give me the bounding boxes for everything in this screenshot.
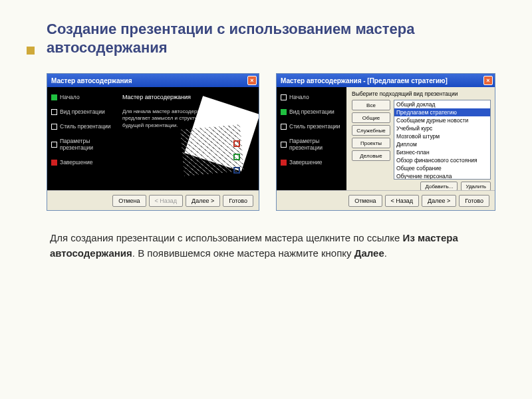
step-style: Стиль презентации bbox=[51, 123, 114, 130]
category-service[interactable]: Служебные bbox=[352, 125, 390, 136]
intro-panel: Мастер автосодержания Для начала мастер … bbox=[117, 87, 259, 190]
screenshots-row: Мастер автосодержания × Начало Вид презе… bbox=[47, 73, 499, 211]
intro-heading: Мастер автосодержания bbox=[122, 94, 253, 100]
presentation-listbox[interactable]: Общий докладПредлагаем стратегиюСообщаем… bbox=[394, 100, 491, 180]
list-item[interactable]: Диплом bbox=[394, 140, 490, 148]
next-button[interactable]: Далее > bbox=[422, 195, 456, 207]
close-icon[interactable]: × bbox=[247, 76, 257, 85]
finish-button[interactable]: Готово bbox=[459, 195, 489, 207]
category-projects[interactable]: Проекты bbox=[352, 138, 390, 148]
step-type: Вид презентации bbox=[51, 108, 114, 115]
window-title: Мастер автосодержания - [Предлагаем стра… bbox=[281, 77, 448, 84]
list-item[interactable]: Обзор финансового состояния bbox=[394, 156, 490, 164]
step-params: Параметры презентации bbox=[281, 138, 344, 151]
intro-text: Для начала мастер автосодержания предлаг… bbox=[122, 108, 215, 129]
dialog-body: Начало Вид презентации Стиль презентации… bbox=[277, 87, 495, 190]
step-finish: Завершение bbox=[281, 159, 344, 166]
list-item[interactable]: Общее собрание bbox=[394, 164, 490, 172]
category-all[interactable]: Все bbox=[352, 100, 390, 110]
steps-list: Начало Вид презентации Стиль презентации… bbox=[277, 87, 346, 190]
list-item[interactable]: Бизнес-план bbox=[394, 148, 490, 156]
step-style: Стиль презентации bbox=[281, 123, 344, 130]
wizard-dialog-select: Мастер автосодержания - [Предлагаем стра… bbox=[276, 73, 495, 211]
titlebar: Мастер автосодержания - [Предлагаем стра… bbox=[277, 74, 495, 87]
selection-panel: Выберите подходящий вид презентации Все … bbox=[346, 87, 495, 190]
back-button[interactable]: < Назад bbox=[385, 195, 420, 207]
category-buttons: Все Общие Служебные Проекты Деловые bbox=[352, 100, 390, 180]
window-title: Мастер автосодержания bbox=[51, 77, 132, 84]
selection-prompt: Выберите подходящий вид презентации bbox=[352, 90, 491, 97]
list-item[interactable]: Общий доклад bbox=[394, 100, 490, 108]
list-item[interactable]: Предлагаем стратегию bbox=[394, 108, 490, 116]
back-button[interactable]: < Назад bbox=[149, 195, 184, 207]
remove-button[interactable]: Удалить bbox=[461, 182, 491, 191]
step-start: Начало bbox=[281, 94, 344, 100]
decorative-bullet bbox=[27, 47, 35, 55]
slide-title-block: Создание презентации с использованием ма… bbox=[47, 20, 499, 57]
step-finish: Завершение bbox=[51, 159, 114, 166]
list-item[interactable]: Сообщаем дурные новости bbox=[394, 116, 490, 124]
dialog-body: Начало Вид презентации Стиль презентации… bbox=[47, 87, 259, 190]
close-icon[interactable]: × bbox=[483, 76, 493, 85]
category-business[interactable]: Деловые bbox=[352, 150, 390, 161]
dialog-footer: Отмена < Назад Далее > Готово bbox=[277, 190, 495, 210]
slide-title: Создание презентации с использованием ма… bbox=[47, 20, 499, 57]
steps-list: Начало Вид презентации Стиль презентации… bbox=[47, 87, 117, 190]
cancel-button[interactable]: Отмена bbox=[112, 195, 146, 207]
step-params: Параметры презентации bbox=[51, 138, 114, 151]
next-button[interactable]: Далее > bbox=[186, 195, 220, 207]
dialog-footer: Отмена < Назад Далее > Готово bbox=[47, 190, 259, 210]
list-item[interactable]: Учебный курс bbox=[394, 124, 490, 132]
wizard-dialog-intro: Мастер автосодержания × Начало Вид презе… bbox=[47, 73, 259, 211]
titlebar: Мастер автосодержания × bbox=[47, 74, 259, 87]
category-general[interactable]: Общие bbox=[352, 112, 390, 123]
add-button[interactable]: Добавить... bbox=[420, 182, 458, 191]
cancel-button[interactable]: Отмена bbox=[348, 195, 382, 207]
slide-description: Для создания презентации с использование… bbox=[50, 231, 475, 261]
step-type: Вид презентации bbox=[281, 108, 344, 115]
list-item[interactable]: Обучение персонала bbox=[394, 172, 490, 180]
list-item[interactable]: Мозговой штурм bbox=[394, 132, 490, 140]
step-start: Начало bbox=[51, 94, 114, 100]
finish-button[interactable]: Готово bbox=[223, 195, 253, 207]
